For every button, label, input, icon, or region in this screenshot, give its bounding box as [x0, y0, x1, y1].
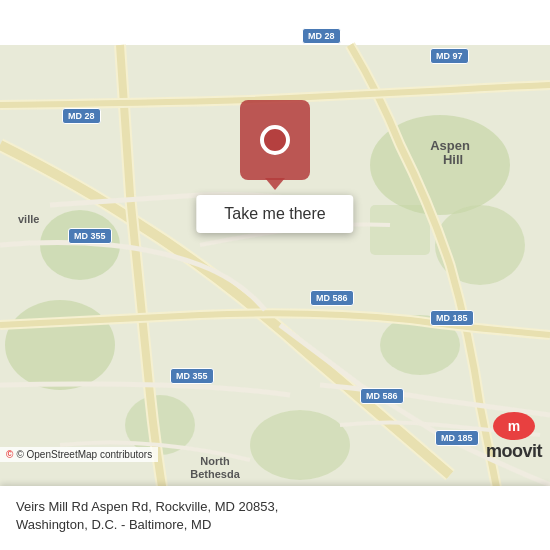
location-card: Veirs Mill Rd Aspen Rd, Rockville, MD 20…: [0, 486, 550, 550]
copyright-text: © OpenStreetMap contributors: [16, 449, 152, 460]
road-badge-md586-lower: MD 586: [360, 388, 404, 404]
take-me-there-button[interactable]: Take me there: [196, 195, 353, 233]
svg-text:North: North: [200, 455, 230, 467]
svg-text:ville: ville: [18, 213, 39, 225]
copyright-bar: © © OpenStreetMap contributors: [0, 447, 158, 462]
osm-logo: ©: [6, 449, 13, 460]
address-text: Veirs Mill Rd Aspen Rd, Rockville, MD 20…: [16, 498, 534, 534]
map-background: Aspen Hill North Bethesda ville: [0, 0, 550, 550]
svg-text:m: m: [508, 418, 520, 434]
location-pin: [240, 100, 310, 180]
road-badge-md28-left: MD 28: [62, 108, 101, 124]
svg-point-5: [250, 410, 350, 480]
road-badge-md97: MD 97: [430, 48, 469, 64]
moovit-icon: m: [492, 411, 536, 441]
road-badge-md185-lower: MD 185: [435, 430, 479, 446]
road-badge-md355-lower: MD 355: [170, 368, 214, 384]
svg-text:Aspen: Aspen: [430, 138, 470, 153]
map-container: Aspen Hill North Bethesda ville MD 28 MD…: [0, 0, 550, 550]
road-badge-md28-top: MD 28: [302, 28, 341, 44]
road-badge-md355-left: MD 355: [68, 228, 112, 244]
svg-text:Bethesda: Bethesda: [190, 468, 240, 480]
moovit-logo: m moovit: [486, 411, 542, 462]
road-badge-md586-mid: MD 586: [310, 290, 354, 306]
svg-point-1: [5, 300, 115, 390]
svg-text:Hill: Hill: [443, 152, 463, 167]
road-badge-md185: MD 185: [430, 310, 474, 326]
svg-rect-8: [370, 205, 430, 255]
moovit-brand-text: moovit: [486, 441, 542, 462]
